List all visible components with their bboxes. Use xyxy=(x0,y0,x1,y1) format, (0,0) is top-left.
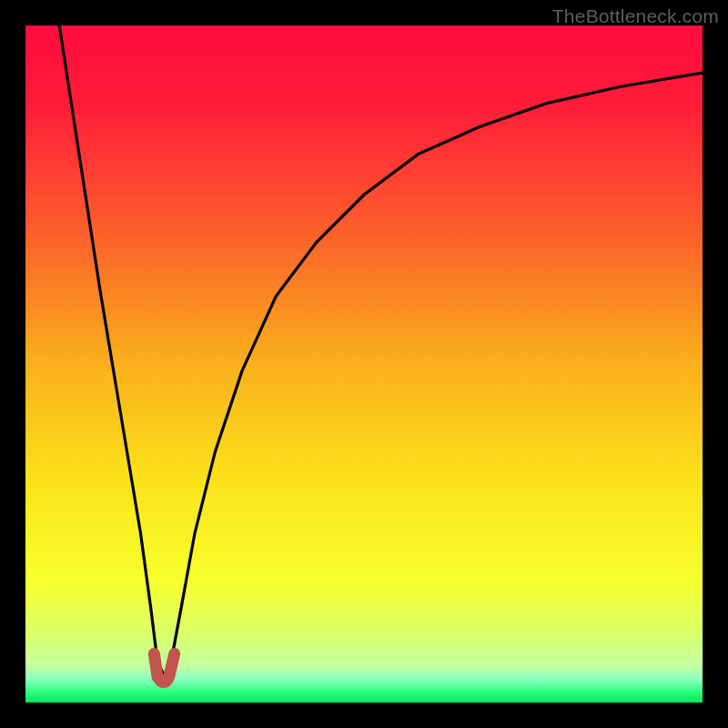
chart-frame: TheBottleneck.com xyxy=(0,0,728,728)
plot-background xyxy=(25,25,703,703)
watermark-text: TheBottleneck.com xyxy=(552,5,719,27)
bottleneck-chart xyxy=(25,25,703,703)
